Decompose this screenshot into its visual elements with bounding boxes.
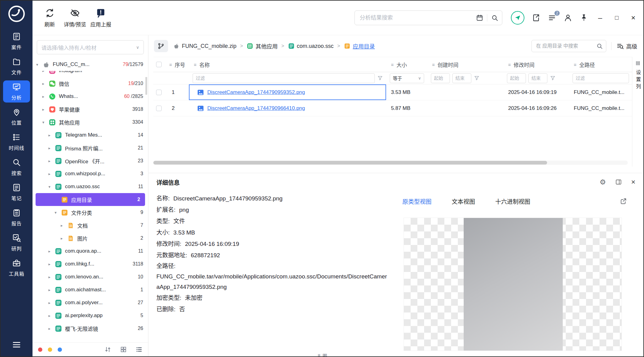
chevron-right-icon[interactable]: ▸ (48, 249, 55, 254)
column-header-size[interactable]: ≡大小 (386, 61, 427, 68)
table-row[interactable]: 1 DiscreetCameraApp_1744790959352.png 3.… (153, 84, 632, 100)
pin-button[interactable] (580, 14, 588, 22)
tree-item[interactable]: ▸Telegram Mes...14 (33, 129, 148, 142)
tree-item[interactable]: ▸图片2 (33, 232, 148, 245)
chevron-right-icon[interactable]: ▸ (48, 313, 55, 318)
sidebar-item-report[interactable]: 报告 (3, 206, 30, 228)
created-start-input[interactable] (431, 73, 450, 83)
open-external-button[interactable] (620, 198, 627, 205)
export-button[interactable] (532, 14, 540, 22)
sidebar-item-location[interactable]: 位置 (3, 106, 30, 128)
calendar-icon[interactable] (476, 14, 483, 21)
file-name-cell[interactable]: DiscreetCameraApp_1744790959352.png (189, 84, 386, 100)
global-search-input[interactable] (360, 15, 472, 21)
column-header-fullpath[interactable]: ≡全路径 (569, 61, 632, 68)
chevron-right-icon[interactable]: ▸ (42, 107, 48, 112)
user-button[interactable] (564, 14, 572, 22)
menu-icon[interactable] (12, 340, 21, 350)
funnel-icon[interactable] (474, 75, 480, 81)
chevron-right-icon[interactable]: ▸ (48, 133, 55, 138)
chevron-right-icon[interactable]: ▸ (48, 288, 55, 292)
chevron-right-icon[interactable]: ▸ (48, 326, 55, 331)
sidebar-item-toolbox[interactable]: 工具箱 (3, 257, 30, 279)
breadcrumb-item-app-directory[interactable]: 应用目录 (344, 42, 375, 50)
sidebar-item-search[interactable]: 搜索 (3, 156, 30, 178)
advanced-search-button[interactable]: 高级 (616, 42, 637, 50)
tree-item[interactable]: ▸OpenRice 《开...23 (33, 154, 148, 167)
row-checkbox[interactable] (156, 90, 162, 95)
tree-item[interactable]: ▸com.whizpool.p...3 (33, 167, 148, 180)
tab-original-view[interactable]: 原类型视图 (402, 197, 431, 205)
search-icon[interactable] (491, 14, 498, 21)
modified-start-input[interactable] (507, 73, 526, 83)
tag-dot-blue[interactable] (58, 347, 62, 352)
tree-item[interactable]: ▸com.quora.ap...11 (33, 245, 148, 258)
sidebar-item-analysis[interactable]: 分析 (3, 80, 30, 103)
close-button[interactable]: × (629, 14, 638, 22)
sidebar-item-judgment[interactable]: 研判 (3, 231, 30, 254)
tree-item[interactable]: ▸樱飞-无限滤镜26 (33, 322, 148, 335)
column-header-name[interactable]: ≡名称 (189, 61, 386, 68)
chevron-right-icon[interactable]: ▸ (48, 301, 55, 305)
chevron-right-icon[interactable]: ▸ (48, 146, 55, 150)
gear-icon[interactable]: ⚙ (600, 179, 606, 186)
tree-item[interactable]: ▸苹果健康3918 (33, 103, 148, 116)
column-header-no[interactable]: ≡序号 (164, 61, 189, 68)
task-list-button[interactable]: 2 (548, 14, 556, 22)
tree-item[interactable]: ▸文档7 (33, 219, 148, 232)
column-header-created[interactable]: ≡创建时间 (427, 61, 503, 68)
scoped-search-input[interactable] (536, 43, 596, 49)
name-filter-input[interactable] (193, 73, 375, 83)
branch-view-button[interactable] (154, 40, 168, 52)
horizontal-scrollbar[interactable] (153, 161, 628, 165)
tag-dot-yellow[interactable] (48, 347, 52, 352)
tree-item[interactable]: ▸com.aichatmast...1 (33, 283, 148, 296)
chevron-down-icon[interactable]: ▾ (42, 120, 48, 125)
column-header-modified[interactable]: ≡修改时间 (503, 61, 569, 68)
tree-item[interactable]: ▸com.ai.polyver...27 (33, 296, 148, 309)
path-filter-input[interactable] (573, 73, 629, 83)
tree-item[interactable]: ▾FUNG_CC_m...79/12579 (33, 58, 148, 71)
columns-icon[interactable] (635, 60, 641, 66)
detail-preview-button[interactable]: 详情/预览 (64, 8, 86, 28)
app-report-button[interactable]: 应用上报 (90, 8, 111, 28)
file-link[interactable]: DiscreetCameraApp_1744790959352.png (207, 89, 305, 95)
owner-select[interactable]: 请选择/输入持有人/检材 ∨ (37, 40, 144, 54)
tree-item[interactable]: ▸com.lenovo.an...10 (33, 270, 148, 283)
send-button[interactable] (511, 11, 524, 25)
sidebar-item-timeline[interactable]: 时间线 (3, 131, 30, 153)
breadcrumb-item-app[interactable]: com.uazoo.ssc (288, 43, 334, 49)
column-settings-label[interactable]: 设置列 (634, 70, 642, 91)
funnel-icon[interactable] (550, 75, 556, 81)
tree-item[interactable]: ▾文件分类9 (33, 206, 148, 219)
grid-view-icon[interactable] (120, 346, 127, 353)
minimize-button[interactable]: – (596, 14, 605, 22)
sort-filter-icon[interactable] (104, 346, 111, 353)
size-operator-select[interactable]: 等于∨ (390, 73, 424, 83)
file-link[interactable]: DiscreetCameraApp_1744790966410.png (207, 105, 305, 111)
tag-dot-red[interactable] (38, 347, 42, 352)
breadcrumb-item-other-apps[interactable]: 其他应用 (247, 42, 278, 50)
tree-item[interactable]: ▾其他应用3304 (33, 116, 148, 129)
tree-item[interactable]: ▸ai.perplexity.app5 (33, 309, 148, 322)
chevron-right-icon[interactable]: ▸ (61, 236, 67, 241)
chevron-right-icon[interactable]: ▸ (42, 94, 48, 99)
refresh-button[interactable]: 刷新 (40, 8, 59, 28)
file-name-cell[interactable]: DiscreetCameraApp_1744790966410.png (189, 100, 386, 116)
chevron-right-icon[interactable]: ▸ (48, 275, 55, 279)
sidebar-item-case[interactable]: 案件 (3, 30, 30, 52)
tree-item[interactable]: ▸Prisma 照片编...21 (33, 142, 148, 154)
tab-hex-view[interactable]: 十六进制视图 (495, 197, 530, 205)
tree-item[interactable]: ▾com.uazoo.ssc11 (33, 180, 148, 193)
tree-item-selected[interactable]: 应用目录2 (36, 193, 145, 206)
list-view-icon[interactable] (136, 346, 143, 353)
chevron-right-icon[interactable]: ▸ (42, 81, 48, 86)
sidebar-item-notes[interactable]: 笔记 (3, 181, 30, 203)
tree-item[interactable]: ▸com.lihkg.f...3118 (33, 258, 148, 270)
chevron-down-icon[interactable]: ▾ (55, 210, 61, 215)
sidebar-item-files[interactable]: 文件 (3, 55, 30, 77)
modified-end-input[interactable] (528, 73, 547, 83)
chevron-right-icon[interactable]: ▸ (48, 159, 55, 163)
funnel-icon[interactable] (377, 75, 383, 81)
panel-layout-icon[interactable] (615, 179, 622, 185)
